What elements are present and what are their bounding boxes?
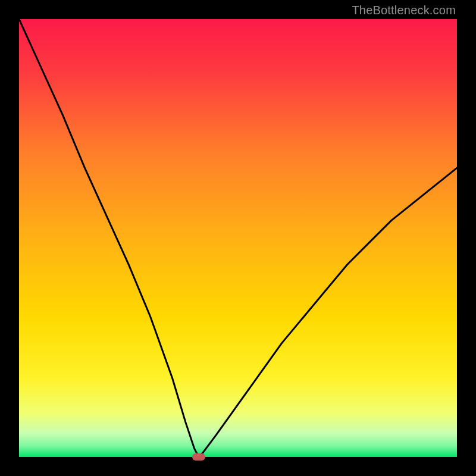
- gradient-background: [19, 19, 457, 457]
- minimum-marker: [192, 453, 205, 461]
- bottleneck-plot: [19, 19, 457, 457]
- watermark-text: TheBottleneck.com: [352, 4, 456, 17]
- chart-frame: [19, 19, 457, 457]
